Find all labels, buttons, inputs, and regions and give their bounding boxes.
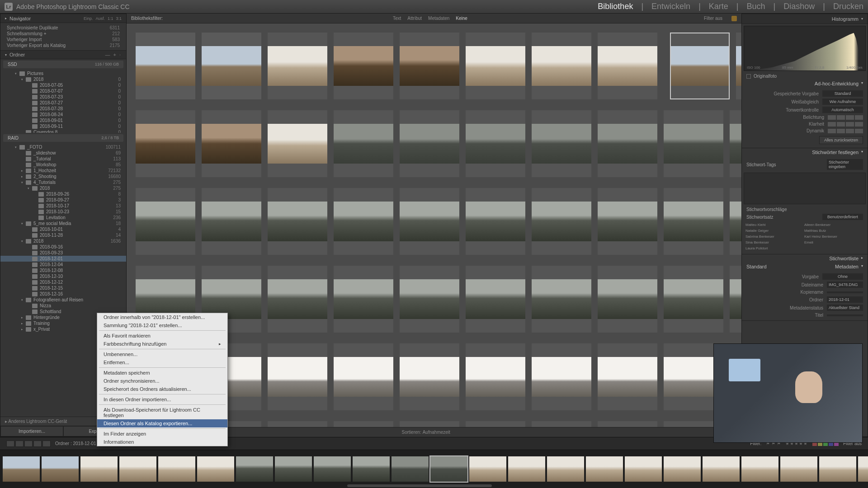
filmstrip-thumb[interactable]	[158, 456, 195, 482]
filmstrip-thumb[interactable]	[275, 456, 312, 482]
filmstrip-thumb[interactable]	[469, 456, 506, 482]
keyword-input[interactable]: Stichwörter eingeben	[827, 159, 863, 170]
folders-header[interactable]: ▾Ordner — + ·	[0, 50, 126, 59]
filmstrip[interactable]	[0, 450, 868, 488]
context-menu-item[interactable]: Umbenennen...	[97, 350, 227, 358]
module-drucken[interactable]: Drucken	[833, 2, 863, 11]
grid-cell[interactable]	[136, 33, 195, 99]
folder-item[interactable]: 2018-09-273	[0, 197, 126, 203]
folder-item[interactable]: 2018-11-2814	[0, 232, 126, 238]
original-photo-checkbox[interactable]: Originalfoto	[742, 73, 868, 80]
module-bibliothek[interactable]: Bibliothek	[598, 2, 633, 11]
nav-mode[interactable]: 3:1	[116, 16, 122, 21]
volume-ssd[interactable]: SSD116 / 500 GB	[3, 61, 123, 68]
folder-item[interactable]: Covendos 80	[0, 129, 126, 133]
metadata-header[interactable]: StandardMetadaten▾	[742, 263, 868, 271]
folder-item[interactable]: 2018-12-16	[0, 291, 126, 297]
view-compare-icon[interactable]	[24, 441, 33, 447]
folder-item[interactable]: ▾Pictures	[0, 70, 126, 76]
grid-cell[interactable]	[466, 343, 525, 410]
folder-item[interactable]: ▾20180	[0, 76, 126, 82]
context-menu-item[interactable]: Farbbeschriftung hinzufügen▸	[97, 340, 227, 348]
keyword-people[interactable]: Matteo KiehlAileen BenkeserNatalie Geige…	[742, 221, 868, 252]
filmstrip-thumb[interactable]	[80, 456, 118, 482]
reset-all-button[interactable]: Alles zurücksetzen	[819, 136, 863, 144]
keyword-person[interactable]: Aileen Benkeser	[804, 223, 858, 227]
catalog-item[interactable]: Vorheriger Export als Katalog2175	[0, 42, 126, 48]
filter-tab[interactable]: Attribut	[407, 16, 422, 21]
view-survey-icon[interactable]	[33, 441, 42, 447]
grid-cell[interactable]	[202, 33, 261, 99]
folder-item[interactable]: 2018-07-270	[0, 100, 126, 106]
folder-item[interactable]: Nizza	[0, 303, 126, 309]
filmstrip-thumb[interactable]	[780, 456, 817, 482]
navigator-header[interactable]: ▸ Navigator Einp.Ausf.1:13:1	[0, 14, 126, 23]
grid-cell[interactable]	[664, 266, 723, 333]
whitebalance-select[interactable]: Wie Aufnahme	[822, 99, 863, 105]
keyword-list-header[interactable]: Stichwortliste▸	[742, 254, 868, 263]
grid-cell[interactable]	[400, 343, 459, 410]
grid-cell[interactable]	[136, 188, 195, 255]
filmstrip-thumb[interactable]	[703, 456, 740, 482]
grid-cell[interactable]	[268, 266, 327, 333]
folder-add-icon[interactable]: — + ·	[105, 52, 122, 57]
keyword-person[interactable]: Emeli	[804, 240, 858, 244]
nav-mode[interactable]: Einp.	[84, 16, 93, 21]
filmstrip-scrollbar[interactable]	[347, 484, 492, 487]
folder-item[interactable]: 2018-12-10	[0, 273, 126, 279]
context-menu-item[interactable]: Ordner synchronisieren...	[97, 377, 227, 385]
filmstrip-thumb[interactable]	[236, 456, 273, 482]
filmstrip-thumb[interactable]	[858, 456, 868, 482]
keyword-person[interactable]: Sina Benkeser	[745, 240, 799, 244]
filmstrip-thumb[interactable]	[625, 456, 662, 482]
nav-mode[interactable]: Ausf.	[95, 16, 105, 21]
vibrance-slider[interactable]	[828, 129, 863, 133]
grid-cell[interactable]	[730, 110, 741, 177]
filmstrip-thumb[interactable]	[586, 456, 623, 482]
folder-item[interactable]: 2018-09-23	[0, 250, 126, 256]
grid-cell[interactable]	[466, 421, 525, 427]
filmstrip-thumb[interactable]	[3, 456, 40, 482]
folder-item[interactable]: 2018-09-110	[0, 123, 126, 129]
grid-cell[interactable]	[532, 33, 591, 99]
folder-item[interactable]: ▾4_Tutorials275	[0, 179, 126, 185]
folder-item[interactable]: 2018-10-014	[0, 226, 126, 232]
grid-cell[interactable]	[202, 188, 261, 255]
grid-cell[interactable]	[466, 110, 525, 177]
folder-item[interactable]: Levitation236	[0, 215, 126, 221]
tone-auto-button[interactable]: Automatisch	[822, 107, 863, 113]
keyword-area[interactable]	[744, 173, 866, 204]
filmstrip-thumb[interactable]	[508, 456, 545, 482]
folder-item[interactable]: 2018-09-010	[0, 117, 126, 123]
folder-item[interactable]: _slideshow69	[0, 150, 126, 156]
folder-item[interactable]: 2018-12-01	[0, 256, 126, 262]
grid-cell[interactable]	[532, 421, 591, 427]
sort-value[interactable]: Aufnahmezeit	[423, 430, 450, 435]
grid-cell[interactable]	[598, 421, 657, 427]
filmstrip-thumb[interactable]	[819, 456, 856, 482]
filter-tab[interactable]: Text	[393, 16, 401, 21]
grid-cell[interactable]	[664, 188, 723, 255]
folder-item[interactable]: 2018-10-1713	[0, 203, 126, 209]
grid-cell[interactable]	[532, 110, 591, 177]
folder-item[interactable]: 2018-07-230	[0, 94, 126, 100]
context-menu-item[interactable]: Als Favorit markieren	[97, 332, 227, 340]
folder-item[interactable]: 2018-07-070	[0, 88, 126, 94]
context-menu-item[interactable]: Ordner innerhalb von "2018-12-01" erstel…	[97, 313, 227, 321]
module-buch[interactable]: Buch	[747, 2, 765, 11]
filmstrip-thumb[interactable]	[119, 456, 156, 482]
folder-item[interactable]: 2018-09-268	[0, 191, 126, 197]
filmstrip-thumb[interactable]	[664, 456, 701, 482]
module-diashow[interactable]: Diashow	[783, 2, 815, 11]
nav-mode[interactable]: 1:1	[108, 16, 113, 21]
filmstrip-thumb[interactable]	[392, 456, 429, 482]
grid-cell[interactable]	[598, 33, 657, 99]
grid-cell[interactable]	[136, 110, 195, 177]
grid-cell[interactable]	[670, 33, 730, 99]
grid-cell[interactable]	[466, 188, 525, 255]
folder-item[interactable]: _Workshop85	[0, 162, 126, 168]
grid-cell[interactable]	[268, 188, 327, 255]
grid-cell[interactable]	[268, 110, 327, 177]
context-menu-item[interactable]: In diesen Ordner importieren...	[97, 395, 227, 404]
module-entwickeln[interactable]: Entwickeln	[651, 2, 690, 11]
